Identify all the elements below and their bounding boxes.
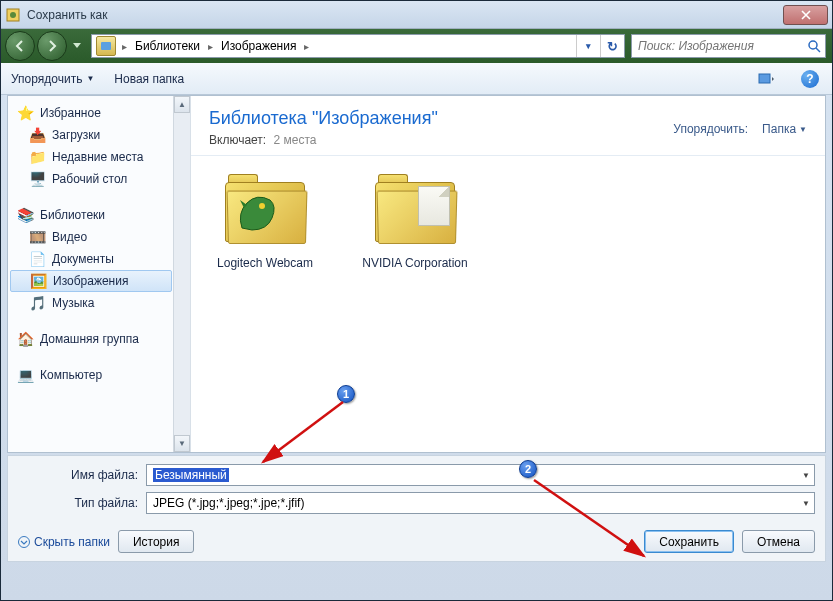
- body-area: ⭐Избранное 📥Загрузки 📁Недавние места 🖥️Р…: [7, 95, 826, 453]
- svg-point-7: [19, 536, 30, 547]
- organize-menu[interactable]: Упорядочить ▼: [11, 72, 94, 86]
- sidebar-homegroup-header[interactable]: 🏠Домашняя группа: [8, 328, 174, 350]
- back-button[interactable]: [5, 31, 35, 61]
- help-button[interactable]: ?: [798, 68, 822, 90]
- logitech-thumbnail-icon: [232, 188, 282, 238]
- filetype-select[interactable]: JPEG (*.jpg;*.jpeg;*.jpe;*.jfif) ▼: [146, 492, 815, 514]
- arrow-right-icon: [45, 39, 59, 53]
- sidebar-libraries-header[interactable]: 📚Библиотеки: [8, 204, 174, 226]
- svg-point-3: [809, 41, 817, 49]
- filename-dropdown[interactable]: ▼: [802, 471, 810, 480]
- sidebar-computer-header[interactable]: 💻Компьютер: [8, 364, 174, 386]
- sidebar-item-documents[interactable]: 📄Документы: [8, 248, 174, 270]
- filename-value: Безымянный: [153, 468, 229, 482]
- close-button[interactable]: [783, 5, 828, 25]
- search-icon: [807, 39, 821, 53]
- filetype-dropdown[interactable]: ▼: [802, 499, 810, 508]
- scroll-down-button[interactable]: ▼: [174, 435, 190, 452]
- toolbar: Упорядочить ▼ Новая папка ?: [1, 63, 832, 95]
- svg-line-4: [816, 48, 820, 52]
- help-icon: ?: [801, 70, 819, 88]
- music-icon: 🎵: [28, 294, 46, 312]
- folder-view[interactable]: Logitech Webcam NVIDIA Corporation: [191, 156, 825, 452]
- breadcrumb-sep-icon: ▸: [302, 41, 311, 52]
- sidebar-item-recent[interactable]: 📁Недавние места: [8, 146, 174, 168]
- search-button[interactable]: [803, 35, 825, 57]
- view-options-button[interactable]: [754, 68, 778, 90]
- main-header: Библиотека "Изображения" Включает: 2 мес…: [191, 96, 825, 156]
- filetype-label: Тип файла:: [18, 496, 146, 510]
- search-input[interactable]: [632, 39, 803, 53]
- search-box[interactable]: [631, 34, 826, 58]
- chevron-down-icon: ▾: [586, 41, 591, 51]
- hide-folders-toggle[interactable]: Скрыть папки: [18, 535, 110, 549]
- history-button[interactable]: История: [118, 530, 195, 553]
- sidebar-label: Документы: [52, 252, 114, 266]
- window-title: Сохранить как: [27, 8, 783, 22]
- filename-input[interactable]: Безымянный ▼: [146, 464, 815, 486]
- sidebar-label: Библиотеки: [40, 208, 105, 222]
- filetype-value: JPEG (*.jpg;*.jpeg;*.jpe;*.jfif): [153, 496, 304, 510]
- folder-icon: [370, 170, 460, 250]
- video-icon: 🎞️: [28, 228, 46, 246]
- includes-value[interactable]: 2 места: [274, 133, 317, 147]
- star-icon: ⭐: [16, 104, 34, 122]
- computer-icon: 💻: [16, 366, 34, 384]
- sidebar-item-music[interactable]: 🎵Музыка: [8, 292, 174, 314]
- sidebar-label: Рабочий стол: [52, 172, 127, 186]
- bottom-panel: Имя файла: Безымянный ▼ Тип файла: JPEG …: [7, 455, 826, 562]
- save-button[interactable]: Сохранить: [644, 530, 734, 553]
- library-subtitle: Включает: 2 места: [209, 133, 438, 147]
- refresh-button[interactable]: ↻: [600, 35, 624, 57]
- svg-point-6: [259, 203, 265, 209]
- sidebar-item-desktop[interactable]: 🖥️Рабочий стол: [8, 168, 174, 190]
- address-bar[interactable]: ▸ Библиотеки ▸ Изображения ▸ ▾ ↻: [91, 34, 625, 58]
- chevron-down-icon: ▼: [799, 125, 807, 134]
- sidebar: ⭐Избранное 📥Загрузки 📁Недавние места 🖥️Р…: [8, 96, 191, 452]
- images-icon: 🖼️: [29, 272, 47, 290]
- sidebar-label: Избранное: [40, 106, 101, 120]
- breadcrumb-images[interactable]: Изображения: [215, 39, 302, 53]
- addressbar-dropdown[interactable]: ▾: [576, 35, 600, 57]
- chevron-down-icon: ▼: [86, 74, 94, 83]
- new-folder-label: Новая папка: [114, 72, 184, 86]
- cancel-button[interactable]: Отмена: [742, 530, 815, 553]
- arrange-dropdown[interactable]: Папка ▼: [762, 122, 807, 136]
- arrange-label: Упорядочить:: [673, 122, 748, 136]
- forward-button[interactable]: [37, 31, 67, 61]
- breadcrumb-sep-icon: ▸: [206, 41, 215, 52]
- breadcrumb-libraries[interactable]: Библиотеки: [129, 39, 206, 53]
- sidebar-label: Домашняя группа: [40, 332, 139, 346]
- scroll-up-button[interactable]: ▲: [174, 96, 190, 113]
- sidebar-item-images[interactable]: 🖼️Изображения: [10, 270, 172, 292]
- save-as-dialog: Сохранить как ▸ Библиотеки ▸ Изображения…: [0, 0, 833, 601]
- svg-rect-2: [101, 42, 111, 50]
- arrow-left-icon: [13, 39, 27, 53]
- downloads-icon: 📥: [28, 126, 46, 144]
- save-label: Сохранить: [659, 535, 719, 549]
- app-icon: [5, 7, 21, 23]
- organize-label: Упорядочить: [11, 72, 82, 86]
- arrange-value: Папка: [762, 122, 796, 136]
- refresh-icon: ↻: [607, 39, 618, 54]
- sidebar-item-video[interactable]: 🎞️Видео: [8, 226, 174, 248]
- folder-item[interactable]: Logitech Webcam: [205, 170, 325, 272]
- history-label: История: [133, 535, 180, 549]
- sidebar-label: Компьютер: [40, 368, 102, 382]
- folder-item[interactable]: NVIDIA Corporation: [355, 170, 475, 272]
- sidebar-favorites-header[interactable]: ⭐Избранное: [8, 102, 174, 124]
- folder-label: NVIDIA Corporation: [355, 256, 475, 272]
- close-icon: [801, 10, 811, 20]
- chevron-down-icon: [73, 43, 81, 49]
- titlebar: Сохранить как: [1, 1, 832, 29]
- view-icon: [758, 72, 774, 86]
- new-folder-button[interactable]: Новая папка: [114, 72, 184, 86]
- sidebar-label: Изображения: [53, 274, 128, 288]
- sidebar-item-downloads[interactable]: 📥Загрузки: [8, 124, 174, 146]
- nav-history-dropdown[interactable]: [69, 32, 85, 60]
- filename-label: Имя файла:: [18, 468, 146, 482]
- svg-rect-5: [759, 74, 770, 83]
- sidebar-scrollbar[interactable]: ▲ ▼: [173, 96, 190, 452]
- homegroup-icon: 🏠: [16, 330, 34, 348]
- documents-icon: 📄: [28, 250, 46, 268]
